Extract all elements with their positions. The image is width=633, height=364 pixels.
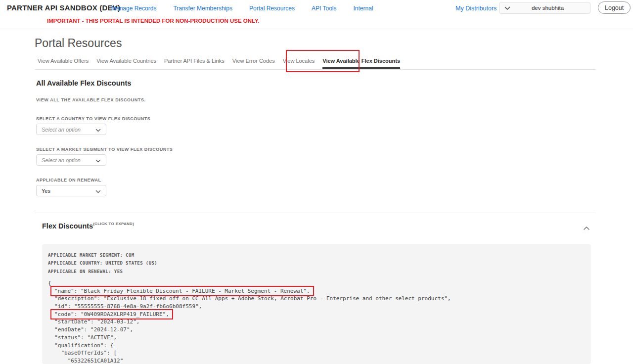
code-line-description: "description": "Exclusive 18 fixed off o… bbox=[48, 295, 591, 303]
logout-button[interactable]: Logout bbox=[598, 1, 631, 14]
meta-country: APPLICABLE COUNTRY: UNITED STATES (US) bbox=[48, 259, 591, 267]
code-line-end-date: "endDate": "2024-12-07", bbox=[48, 326, 591, 334]
flex-discounts-heading-text: Flex Discounts bbox=[42, 222, 93, 230]
tab-list: View Available Offers View Available Cou… bbox=[38, 58, 400, 69]
my-distributors-link[interactable]: My Distributors bbox=[455, 5, 497, 12]
annotation-box-code: "code": "0W409ROA2XLRP419_FAILURE", bbox=[51, 310, 172, 319]
chevron-down-icon bbox=[95, 186, 101, 195]
tab-partner-api-files-links[interactable]: Partner API Files & Links bbox=[164, 58, 225, 69]
tab-view-error-codes[interactable]: View Error Codes bbox=[232, 58, 275, 69]
non-production-warning: IMPORTANT - THIS PORTAL IS INTENDED FOR … bbox=[47, 18, 260, 24]
code-line-offer-id: "65322651CA01A12" bbox=[48, 357, 591, 364]
chevron-down-icon bbox=[95, 125, 101, 134]
tab-view-locales[interactable]: View Locales bbox=[283, 58, 315, 69]
market-segment-select[interactable]: Select an option bbox=[36, 154, 106, 166]
code-line-code-text: "code": "0W409ROA2XLRP419_FAILURE", bbox=[54, 311, 169, 318]
flex-discount-code-block: APPLICABLE MARKET SEGMENT: COM APPLICABL… bbox=[42, 244, 591, 364]
nav-portal-resources[interactable]: Portal Resources bbox=[249, 5, 295, 12]
page-title: Portal Resources bbox=[35, 37, 122, 50]
code-line-id: "id": "55555555-8768-4e8a-9a2f-fb6o6b08f… bbox=[48, 303, 591, 311]
tab-view-available-flex-discounts[interactable]: View Available Flex Discounts bbox=[322, 58, 400, 69]
brand-title: PARTNER API SANDBOX (DEV) bbox=[7, 3, 120, 12]
nav-internal[interactable]: Internal bbox=[354, 5, 373, 12]
code-line-open-brace: { bbox=[48, 279, 591, 287]
renewal-select-label: APPLICABLE ON RENEWAL bbox=[36, 178, 101, 182]
code-line-name: "name": "Black Friday Flexible Discount … bbox=[48, 287, 591, 295]
code-line-qualification: "qualification": { bbox=[48, 342, 591, 350]
renewal-select-value: Yes bbox=[42, 188, 95, 194]
chevron-down-icon bbox=[95, 156, 101, 165]
flex-discounts-heading[interactable]: Flex Discounts(CLICK TO EXPAND) bbox=[42, 222, 134, 230]
chevron-down-icon bbox=[504, 3, 510, 12]
renewal-select[interactable]: Yes bbox=[36, 185, 106, 196]
tab-view-available-offers[interactable]: View Available Offers bbox=[38, 58, 89, 69]
section-divider bbox=[35, 213, 596, 213]
meta-market-segment: APPLICABLE MARKET SEGMENT: COM bbox=[48, 251, 591, 259]
section-heading: All Available Flex Discounts bbox=[36, 79, 131, 87]
code-line-name-text: "name": "Black Friday Flexible Discount … bbox=[54, 288, 310, 294]
chevron-up-icon[interactable] bbox=[583, 224, 590, 232]
header-bar: PARTNER API SANDBOX (DEV) Manage Records… bbox=[0, 0, 633, 29]
distributor-select-value: dev shubhita bbox=[510, 5, 585, 11]
market-segment-select-value: Select an option bbox=[42, 157, 95, 163]
meta-renewal: APPLICABLE ON RENEWAL: YES bbox=[48, 268, 591, 275]
country-select-value: Select an option bbox=[42, 127, 95, 133]
nav-manage-records[interactable]: Manage Records bbox=[111, 5, 156, 12]
code-line-start-date: "startDate": "2024-03-12", bbox=[48, 318, 591, 326]
main-nav: Manage Records Transfer Memberships Port… bbox=[111, 5, 373, 12]
distributor-select[interactable]: dev shubhita bbox=[499, 2, 590, 14]
section-subheading: VIEW ALL THE AVAILABLE FLEX DISCOUNTS. bbox=[36, 97, 146, 102]
tab-view-available-countries[interactable]: View Available Countries bbox=[96, 58, 156, 69]
market-segment-select-label: SELECT A MARKET SEGMENT TO VIEW FLEX DIS… bbox=[36, 147, 173, 152]
click-to-expand-hint: (CLICK TO EXPAND) bbox=[93, 222, 134, 226]
code-line-status: "status": "ACTIVE", bbox=[48, 334, 591, 342]
nav-api-tools[interactable]: API Tools bbox=[312, 5, 336, 12]
code-line-base-offer-ids: "baseOfferIds": [ bbox=[48, 349, 591, 357]
page: PARTNER API SANDBOX (DEV) Manage Records… bbox=[0, 0, 633, 364]
code-line-code: "code": "0W409ROA2XLRP419_FAILURE", bbox=[48, 311, 591, 318]
country-select-label: SELECT A COUNTRY TO VIEW FLEX DISCOUNTS bbox=[36, 116, 150, 121]
annotation-box-name: "name": "Black Friday Flexible Discount … bbox=[51, 287, 313, 296]
tabs-rail-divider bbox=[35, 69, 596, 70]
country-select[interactable]: Select an option bbox=[36, 124, 106, 135]
nav-transfer-memberships[interactable]: Transfer Memberships bbox=[173, 5, 232, 12]
